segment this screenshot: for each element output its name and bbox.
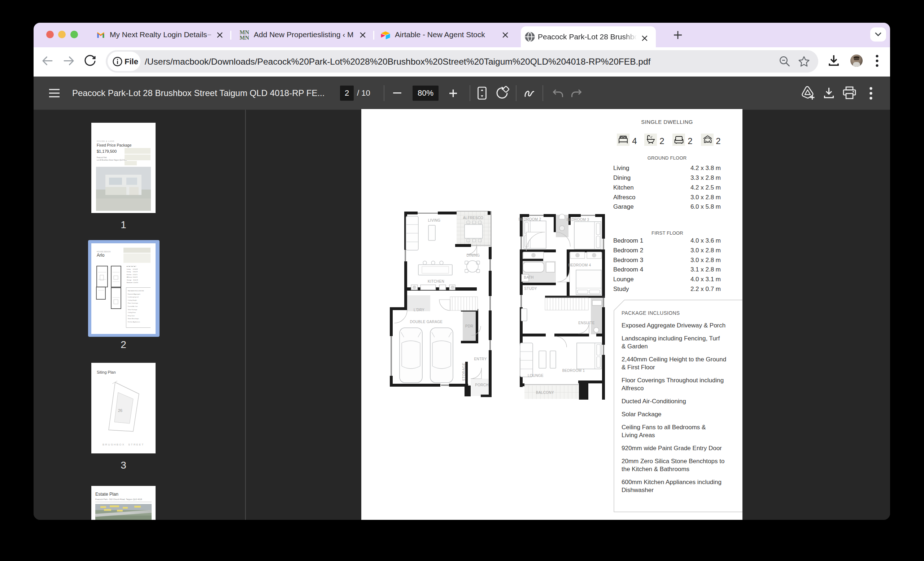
svg-text:26: 26 xyxy=(118,408,122,412)
